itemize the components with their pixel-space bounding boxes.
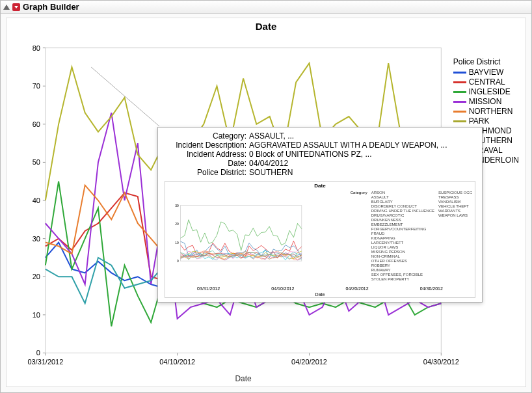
- tooltip-key: Police District:: [165, 168, 249, 177]
- tooltip-value: 0 Block of UNITEDNATIONS PZ, ...: [249, 150, 475, 159]
- mini-legend: Category ARSONASSAULTBURGLARYDISORDERLY …: [351, 191, 472, 282]
- tooltip-row: Category:ASSAULT, ...: [165, 131, 475, 141]
- legend-label: BAYVIEW: [469, 68, 504, 77]
- mini-legend-item: VEHICLE THEFT: [438, 204, 472, 209]
- mini-legend-item: FRAUD: [371, 232, 434, 236]
- svg-text:40: 40: [33, 197, 40, 204]
- tooltip-mini-chart: Date 0102030 Category ARSONASSAULTBURGLA…: [165, 181, 475, 298]
- svg-text:30: 30: [33, 235, 40, 243]
- mini-legend-item: EMBEZZLEMENT: [371, 223, 434, 227]
- svg-text:03/31/2012: 03/31/2012: [27, 358, 63, 366]
- svg-text:20: 20: [175, 223, 179, 226]
- tooltip-value: AGGRAVATED ASSAULT WITH A DEADLY WEAPON,…: [249, 141, 475, 150]
- plot-title: Date: [7, 18, 525, 32]
- panel-title: Graph Builder: [23, 2, 79, 12]
- mini-legend-item: STOLEN PROPERTY: [371, 277, 434, 282]
- svg-text:20: 20: [33, 273, 40, 280]
- svg-text:04/10/2012: 04/10/2012: [159, 358, 195, 366]
- tooltip-value: 04/04/2012: [249, 159, 475, 168]
- mini-legend-item: SUSPICIOUS OCC: [438, 191, 472, 195]
- legend-title: Police District: [453, 57, 519, 66]
- graph-builder-panel: Graph Builder Date 0102030405060708003/3…: [0, 0, 532, 393]
- mini-legend-item: TRESPASS: [438, 195, 472, 200]
- mini-legend-item: VANDALISM: [438, 200, 472, 204]
- mini-legend-item: SEX OFFENSES, FORCIBLE: [371, 273, 434, 277]
- mini-xtick: 04/10/2012: [271, 286, 294, 291]
- mini-legend-item: LIQUOR LAWS: [371, 245, 434, 250]
- legend-label: CENTRAL: [469, 77, 505, 87]
- tooltip-value: ASSAULT, ...: [249, 131, 475, 141]
- svg-text:80: 80: [33, 44, 40, 52]
- svg-text:Date: Date: [235, 374, 252, 383]
- mini-legend-item: BURGLARY: [371, 200, 434, 204]
- svg-text:30: 30: [175, 204, 179, 208]
- legend-label: PARK: [469, 116, 490, 126]
- mini-legend-item: OTHER OFFENSES: [371, 259, 434, 264]
- tooltip-key: Date:: [165, 159, 249, 168]
- svg-text:0: 0: [177, 260, 179, 263]
- svg-text:10: 10: [175, 241, 179, 245]
- mini-legend-item: RUNAWAY: [371, 268, 434, 273]
- mini-legend-item: WARRANTS: [438, 209, 472, 213]
- mini-xlabel: Date: [315, 292, 325, 297]
- hover-tooltip: Category:ASSAULT, ...Incident Descriptio…: [157, 127, 483, 303]
- legend-swatch: [453, 91, 466, 93]
- plot-area[interactable]: Date 0102030405060708003/31/201204/10/20…: [6, 18, 526, 387]
- mini-legend-item: ROBBERY: [371, 264, 434, 268]
- legend-swatch: [453, 72, 466, 74]
- legend-item[interactable]: INGLESIDE: [453, 87, 519, 97]
- panel-titlebar: Graph Builder: [1, 1, 531, 14]
- legend-item[interactable]: PARK: [453, 116, 519, 126]
- legend-item[interactable]: CENTRAL: [453, 77, 519, 87]
- legend-label: NORTHERN: [469, 107, 513, 116]
- legend-item[interactable]: BAYVIEW: [453, 68, 519, 77]
- mini-xtick: 04/20/2012: [346, 286, 369, 291]
- mini-legend-item: KIDNAPPING: [371, 236, 434, 241]
- svg-text:50: 50: [33, 158, 40, 166]
- svg-text:0: 0: [36, 349, 40, 357]
- svg-text:60: 60: [33, 120, 40, 128]
- legend-swatch: [453, 81, 466, 83]
- mini-legend-item: DRUNKENNESS: [371, 218, 434, 223]
- mini-legend-item: NON-CRIMINAL: [371, 254, 434, 259]
- svg-text:10: 10: [33, 311, 40, 319]
- legend-swatch: [453, 120, 466, 122]
- tooltip-row: Incident Description:AGGRAVATED ASSAULT …: [165, 141, 475, 150]
- disclosure-triangle-icon[interactable]: [3, 5, 10, 10]
- tooltip-key: Incident Address:: [165, 150, 249, 159]
- mini-legend-title: Category: [351, 191, 367, 282]
- mini-xtick: 03/31/2012: [197, 286, 220, 291]
- svg-text:70: 70: [33, 82, 40, 90]
- legend-label: MISSION: [469, 97, 502, 107]
- legend-swatch: [453, 101, 466, 103]
- legend-item[interactable]: MISSION: [453, 97, 519, 107]
- tooltip-key: Category:: [165, 131, 249, 141]
- mini-legend-item: LARCENY/THEFT: [371, 241, 434, 245]
- tooltip-value: SOUTHERN: [249, 168, 475, 177]
- red-dropdown-icon[interactable]: [12, 3, 20, 11]
- legend-item[interactable]: NORTHERN: [453, 107, 519, 116]
- svg-text:04/20/2012: 04/20/2012: [291, 358, 327, 366]
- legend-swatch: [453, 111, 466, 113]
- tooltip-key: Incident Description:: [165, 141, 249, 150]
- svg-text:04/30/2012: 04/30/2012: [423, 358, 459, 366]
- mini-legend-item: DRIVING UNDER THE INFLUENCE: [371, 209, 434, 213]
- mini-legend-item: DRUG/NARCOTIC: [371, 213, 434, 218]
- mini-xtick: 04/30/2012: [420, 286, 443, 291]
- mini-legend-item: WEAPON LAWS: [438, 213, 472, 218]
- mini-legend-item: DISORDERLY CONDUCT: [371, 204, 434, 209]
- mini-legend-item: FORGERY/COUNTERFEITING: [371, 227, 434, 232]
- tooltip-row: Date:04/04/2012: [165, 159, 475, 168]
- mini-legend-item: MISSING PERSON: [371, 250, 434, 254]
- tooltip-row: Police District:SOUTHERN: [165, 168, 475, 177]
- mini-legend-item: ARSON: [371, 191, 434, 195]
- legend-label: INGLESIDE: [469, 87, 511, 97]
- mini-legend-item: ASSAULT: [371, 195, 434, 200]
- tooltip-row: Incident Address:0 Block of UNITEDNATION…: [165, 150, 475, 159]
